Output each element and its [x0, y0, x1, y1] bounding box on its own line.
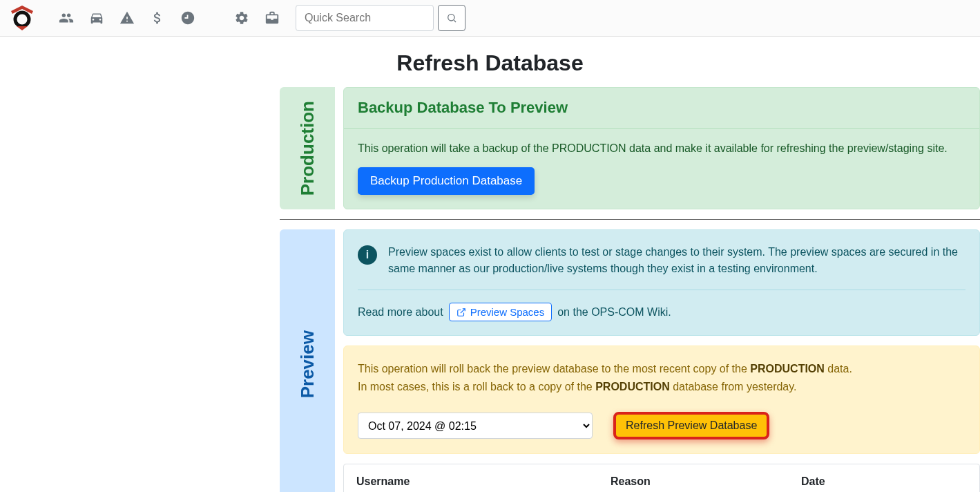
clock-icon[interactable]: [174, 4, 202, 32]
yellow-line1: This operation will roll back the previe…: [358, 360, 965, 378]
preview-spaces-link[interactable]: Preview Spaces: [449, 303, 553, 321]
car-icon[interactable]: [83, 4, 111, 32]
th-date: Date: [789, 464, 979, 492]
search-input[interactable]: [296, 5, 434, 31]
th-username: Username: [344, 464, 598, 492]
toolbox-icon[interactable]: [258, 4, 286, 32]
svg-point-1: [15, 12, 29, 26]
svg-marker-2: [17, 26, 28, 30]
preview-info-text: Preview spaces exist to allow clients to…: [388, 244, 965, 277]
search-button[interactable]: [438, 5, 465, 31]
page-title: Refresh Database: [0, 50, 980, 76]
top-nav: [0, 0, 980, 37]
preview-info-panel: i Preview spaces exist to allow clients …: [343, 229, 980, 336]
app-logo[interactable]: [8, 4, 36, 32]
production-label: Production: [280, 87, 335, 209]
settings-icon[interactable]: [228, 4, 256, 32]
svg-point-3: [448, 15, 454, 21]
svg-line-4: [454, 20, 456, 22]
users-icon[interactable]: [52, 4, 80, 32]
dollar-icon[interactable]: [144, 4, 171, 32]
preview-action-panel: This operation will roll back the previe…: [343, 346, 980, 454]
history-table: Username Reason Date: [343, 464, 980, 492]
search-wrap: [296, 5, 465, 31]
th-reason: Reason: [598, 464, 789, 492]
preview-label: Preview: [280, 229, 335, 492]
readmore-suffix: on the OPS-COM Wiki.: [557, 306, 671, 319]
readmore-prefix: Read more about: [358, 306, 443, 319]
warning-icon[interactable]: [113, 4, 141, 32]
production-panel: Backup Database To Preview This operatio…: [343, 87, 980, 209]
yellow-line2: In most cases, this is a roll back to a …: [358, 378, 965, 396]
info-icon: i: [358, 245, 377, 265]
backup-date-select[interactable]: Oct 07, 2024 @ 02:15: [358, 413, 593, 439]
production-desc: This operation will take a backup of the…: [358, 142, 965, 155]
section-divider: [280, 219, 980, 220]
refresh-preview-button[interactable]: Refresh Preview Database: [613, 412, 769, 439]
backup-production-button[interactable]: Backup Production Database: [358, 167, 535, 195]
svg-line-5: [460, 308, 464, 312]
production-panel-header: Backup Database To Preview: [344, 88, 979, 129]
readmore-row: Read more about Preview Spaces on the OP…: [358, 303, 965, 321]
